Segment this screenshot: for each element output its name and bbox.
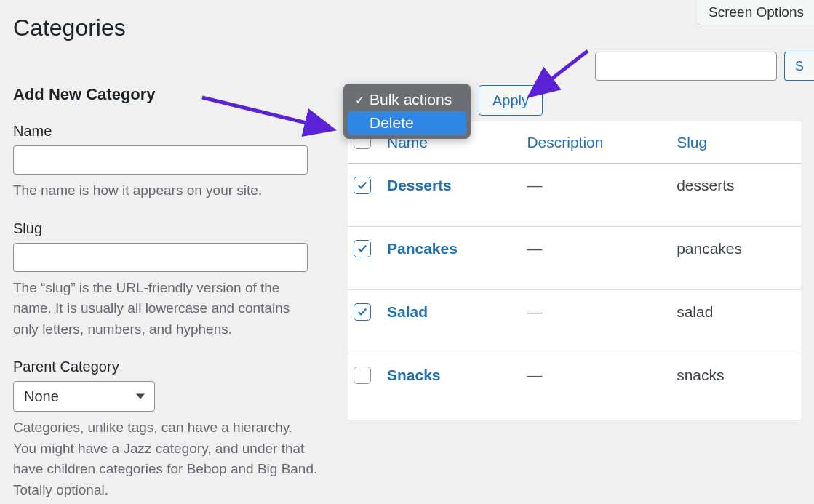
screen-options-button[interactable]: Screen Options — [698, 0, 814, 25]
bulk-actions-dropdown: ✓ Bulk actions Delete — [343, 84, 471, 139]
check-icon: ✓ — [355, 93, 367, 107]
row-checkbox[interactable] — [354, 240, 371, 257]
row-description: — — [519, 164, 669, 227]
table-row: Salad—salad — [348, 290, 801, 353]
bulk-option-delete[interactable]: Delete — [348, 111, 466, 135]
apply-button[interactable]: Apply — [479, 85, 543, 116]
row-name[interactable]: Desserts — [380, 164, 519, 227]
categories-table: Name Description Slug Desserts—dessertsP… — [348, 121, 801, 420]
col-slug[interactable]: Slug — [669, 121, 801, 164]
row-name[interactable]: Snacks — [380, 353, 519, 420]
parent-label: Parent Category — [13, 359, 326, 375]
name-label: Name — [13, 123, 326, 140]
search-button[interactable]: S — [784, 52, 814, 81]
bulk-option-label: Bulk actions — [370, 91, 452, 108]
col-description[interactable]: Description — [519, 121, 669, 164]
row-slug: pancakes — [669, 227, 801, 290]
row-slug: snacks — [669, 353, 801, 420]
table-row: Desserts—desserts — [348, 164, 801, 227]
bulk-option-bulk-actions[interactable]: ✓ Bulk actions — [348, 88, 466, 111]
row-description: — — [519, 353, 669, 420]
name-input[interactable] — [13, 145, 308, 175]
parent-desc: Categories, unlike tags, can have a hier… — [13, 417, 319, 500]
bulk-option-label: Delete — [370, 114, 414, 132]
row-checkbox[interactable] — [354, 367, 371, 384]
row-description: — — [519, 290, 669, 353]
add-new-heading: Add New Category — [13, 85, 326, 104]
row-slug: desserts — [669, 164, 801, 227]
parent-select[interactable]: None — [13, 381, 155, 412]
row-checkbox[interactable] — [354, 177, 371, 194]
table-row: Pancakes—pancakes — [348, 227, 801, 290]
row-name[interactable]: Pancakes — [380, 227, 519, 290]
slug-desc: The “slug” is the URL-friendly version o… — [13, 278, 319, 340]
search-input[interactable] — [595, 52, 777, 81]
row-description: — — [519, 227, 669, 290]
row-checkbox[interactable] — [354, 303, 371, 321]
slug-label: Slug — [13, 220, 326, 237]
table-row: Snacks—snacks — [348, 353, 801, 420]
row-name[interactable]: Salad — [380, 290, 519, 353]
row-slug: salad — [669, 290, 801, 353]
name-desc: The name is how it appears on your site. — [13, 180, 319, 201]
slug-input[interactable] — [13, 243, 308, 272]
